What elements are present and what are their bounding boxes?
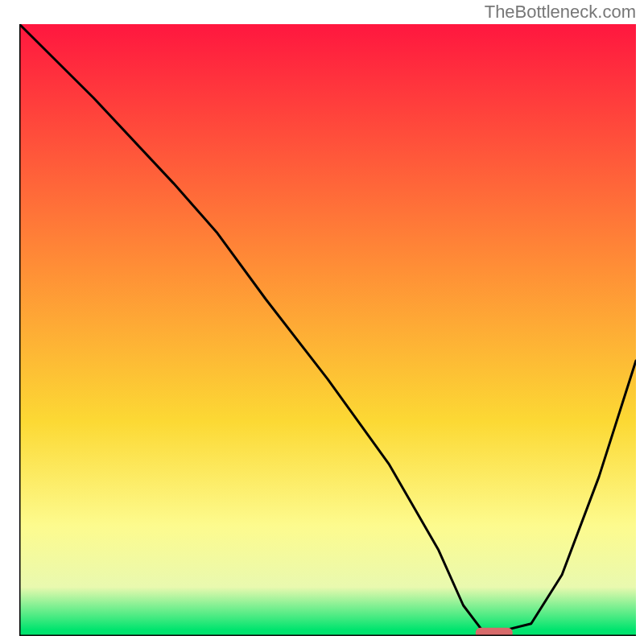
- watermark-text: TheBottleneck.com: [485, 2, 636, 23]
- plot-area: [19, 24, 636, 636]
- optimal-marker: [476, 628, 513, 636]
- chart-container: TheBottleneck.com: [0, 0, 644, 644]
- chart-svg: [19, 24, 636, 636]
